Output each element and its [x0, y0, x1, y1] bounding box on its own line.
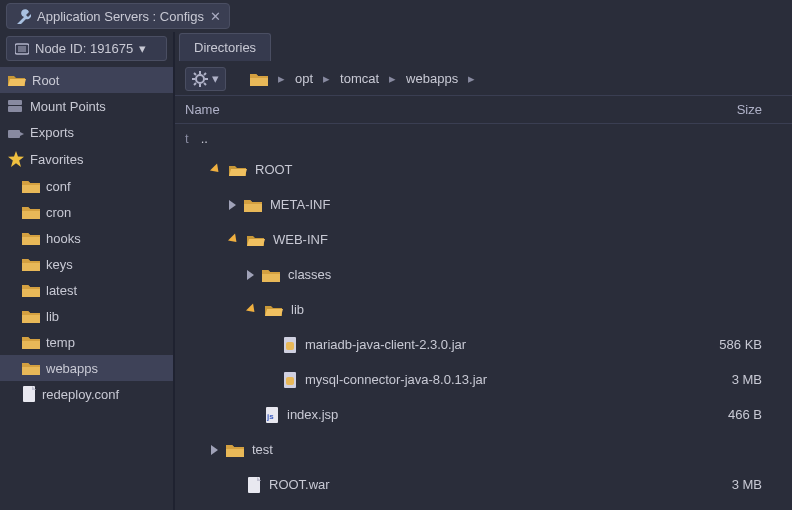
folder-row[interactable]: META-INF [175, 187, 792, 222]
column-header-size[interactable]: Size [692, 102, 792, 117]
mount-icon [8, 100, 24, 112]
folder-icon [244, 198, 262, 212]
folder-icon [265, 303, 283, 317]
expand-icon[interactable] [247, 270, 254, 280]
folder-icon [262, 268, 280, 282]
tab-directories-label: Directories [194, 40, 256, 55]
folder-icon [247, 233, 265, 247]
expand-icon[interactable] [211, 445, 218, 455]
window-tab[interactable]: Application Servers : Configs ✕ [6, 3, 230, 29]
jar-icon [283, 337, 297, 353]
chevron-right-icon: ▸ [323, 71, 330, 86]
wrench-icon [15, 8, 31, 24]
sidebar-root[interactable]: Root [0, 67, 173, 93]
folder-icon [229, 163, 247, 177]
sidebar-root-label: Root [32, 73, 59, 88]
chevron-right-icon: ▸ [389, 71, 396, 86]
sidebar-mount-points[interactable]: Mount Points [0, 93, 173, 119]
sidebar-mount-label: Mount Points [30, 99, 106, 114]
node-selector[interactable]: Node ID: 191675 ▾ [6, 36, 167, 61]
row-name: index.jsp [287, 407, 338, 422]
row-name: classes [288, 267, 331, 282]
sidebar-exports[interactable]: Exports [0, 119, 173, 145]
row-size: 3 MB [692, 477, 792, 492]
row-name: mysql-connector-java-8.0.13.jar [305, 372, 487, 387]
row-size: 586 KB [692, 337, 792, 352]
file-icon [247, 477, 261, 493]
jsp-icon [265, 407, 279, 423]
sidebar-item-lib[interactable]: lib [0, 303, 173, 329]
sidebar-item-webapps[interactable]: webapps [0, 355, 173, 381]
row-name: WEB-INF [273, 232, 328, 247]
breadcrumb-label: tomcat [340, 71, 379, 86]
breadcrumb-root[interactable] [246, 72, 272, 86]
folder-row[interactable]: ROOT [175, 152, 792, 187]
file-row[interactable]: ROOT.war3 MB [175, 467, 792, 502]
sidebar-item-label: hooks [46, 231, 81, 246]
sidebar-item-temp[interactable]: temp [0, 329, 173, 355]
file-row[interactable]: index.jsp466 B [175, 397, 792, 432]
row-size: 3 MB [692, 372, 792, 387]
gear-icon [192, 71, 208, 87]
breadcrumb-label: webapps [406, 71, 458, 86]
folder-icon [22, 335, 40, 349]
tab-directories[interactable]: Directories [179, 33, 271, 61]
sidebar-item-label: lib [46, 309, 59, 324]
close-icon[interactable]: ✕ [210, 9, 221, 24]
sidebar-item-label: cron [46, 205, 71, 220]
file-row[interactable]: mysql-connector-java-8.0.13.jar3 MB [175, 362, 792, 397]
expand-icon[interactable] [210, 163, 222, 175]
file-row[interactable]: mariadb-java-client-2.3.0.jar586 KB [175, 327, 792, 362]
folder-row[interactable]: WEB-INF [175, 222, 792, 257]
parent-label: .. [201, 131, 208, 146]
sidebar-item-label: redeploy.conf [42, 387, 119, 402]
expand-icon[interactable] [228, 233, 240, 245]
folder-icon [226, 443, 244, 457]
sidebar-exports-label: Exports [30, 125, 74, 140]
folder-icon [22, 179, 40, 193]
folder-icon [22, 283, 40, 297]
row-name: META-INF [270, 197, 330, 212]
folder-row[interactable]: test [175, 432, 792, 467]
sidebar-item-label: latest [46, 283, 77, 298]
row-name: mariadb-java-client-2.3.0.jar [305, 337, 466, 352]
star-icon [8, 151, 24, 167]
breadcrumb-tomcat[interactable]: tomcat [336, 71, 383, 86]
folder-row[interactable]: classes [175, 257, 792, 292]
chevron-right-icon: ▸ [468, 71, 475, 86]
folder-icon [250, 72, 268, 86]
jar-icon [283, 372, 297, 388]
sidebar-item-cron[interactable]: cron [0, 199, 173, 225]
sidebar-item-label: webapps [46, 361, 98, 376]
row-size: 466 B [692, 407, 792, 422]
parent-directory-row[interactable]: t .. [175, 124, 792, 152]
row-name: ROOT.war [269, 477, 330, 492]
window-title: Application Servers : Configs [37, 9, 204, 24]
column-header-name[interactable]: Name [175, 102, 692, 117]
export-icon [8, 126, 24, 138]
breadcrumb-opt[interactable]: opt [291, 71, 317, 86]
node-label: Node ID: 191675 [35, 41, 133, 56]
parent-icon: t [185, 131, 189, 146]
sidebar-item-label: conf [46, 179, 71, 194]
folder-icon [22, 309, 40, 323]
sidebar-item-conf[interactable]: conf [0, 173, 173, 199]
expand-icon[interactable] [229, 200, 236, 210]
folder-icon [22, 231, 40, 245]
row-name: lib [291, 302, 304, 317]
breadcrumb-webapps[interactable]: webapps [402, 71, 462, 86]
folder-row[interactable]: lib [175, 292, 792, 327]
sidebar-item-redeploy[interactable]: redeploy.conf [0, 381, 173, 407]
favorites-header-label: Favorites [30, 152, 83, 167]
breadcrumb-label: opt [295, 71, 313, 86]
folder-icon [22, 361, 40, 375]
sidebar-item-label: temp [46, 335, 75, 350]
sidebar-item-keys[interactable]: keys [0, 251, 173, 277]
expand-icon[interactable] [246, 303, 258, 315]
sidebar-item-latest[interactable]: latest [0, 277, 173, 303]
chevron-down-icon: ▾ [212, 71, 219, 86]
sidebar-item-hooks[interactable]: hooks [0, 225, 173, 251]
gear-button[interactable]: ▾ [185, 67, 226, 91]
sidebar-item-label: keys [46, 257, 73, 272]
favorites-header[interactable]: Favorites [0, 145, 173, 173]
